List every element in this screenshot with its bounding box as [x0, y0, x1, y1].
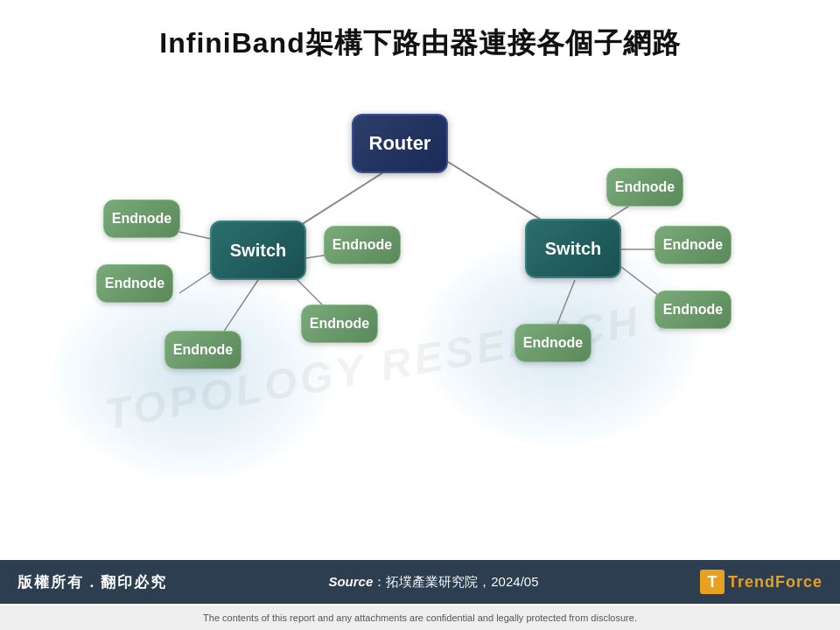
slide: InfiniBand架構下路由器連接各個子網路 TOPOLOGY RESEARC… [0, 0, 840, 630]
endnode-right-2: Endnode [654, 226, 732, 264]
svg-line-10 [556, 280, 575, 328]
logo-force: Force [775, 573, 822, 591]
footer-logo: T TrendForce [700, 570, 822, 594]
footer-bar: 版權所有．翻印必究 Source：拓墣產業研究院，2024/05 T Trend… [0, 560, 840, 604]
endnode-right-4: Endnode [514, 324, 592, 362]
footer-source: Source：拓墣產業研究院，2024/05 [167, 574, 700, 591]
endnode-left-4: Endnode [324, 226, 401, 264]
endnode-right-1: Endnode [606, 168, 683, 206]
switch-right-node: Switch [525, 219, 621, 278]
logo-name: TrendForce [728, 573, 822, 592]
endnode-left-5: Endnode [301, 304, 378, 343]
footer-disclaimer: The contents of this report and any atta… [0, 606, 840, 630]
footer-copyright: 版權所有．翻印必究 [18, 572, 167, 592]
switch-left-node: Switch [210, 220, 306, 280]
endnode-right-3: Endnode [654, 290, 732, 329]
endnode-left-1: Endnode [103, 200, 180, 238]
trendforce-logo: T TrendForce [700, 570, 822, 594]
router-node: Router [352, 114, 448, 173]
page-title: InfiniBand架構下路由器連接各個子網路 [0, 0, 840, 72]
source-label: Source [328, 574, 373, 589]
endnode-left-2: Endnode [96, 264, 173, 303]
logo-t-icon: T [700, 570, 724, 594]
endnode-left-3: Endnode [164, 331, 242, 369]
diagram-area: TOPOLOGY RESEARCH INS [0, 96, 840, 569]
logo-trend: Trend [728, 573, 775, 591]
source-text: ：拓墣產業研究院，2024/05 [373, 574, 538, 589]
